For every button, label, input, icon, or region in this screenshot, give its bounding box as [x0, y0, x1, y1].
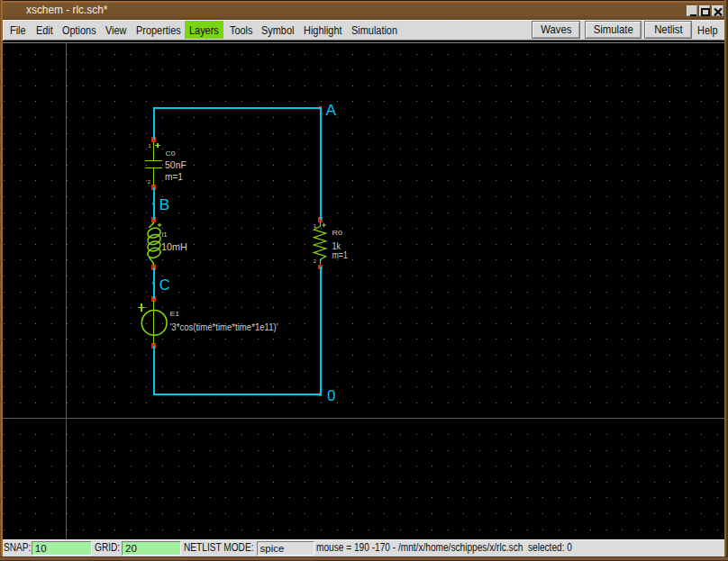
svg-text:C0: C0 [166, 149, 177, 158]
svg-text:l1: l1 [162, 231, 168, 239]
svg-text:'3*cos(time*time*time*1e11)': '3*cos(time*time*time*1e11)' [170, 322, 278, 332]
svg-text:2: 2 [314, 258, 316, 264]
svg-text:50nF: 50nF [165, 159, 187, 170]
svg-text:1: 1 [314, 223, 316, 229]
svg-text:10mH: 10mH [161, 241, 187, 252]
svg-text:C: C [159, 276, 170, 294]
svg-text:2: 2 [148, 179, 150, 185]
svg-text:B: B [159, 196, 170, 213]
svg-text:m=1: m=1 [165, 171, 183, 182]
svg-text:1: 1 [148, 143, 150, 149]
svg-text:0: 0 [327, 387, 335, 404]
svg-text:R0: R0 [332, 229, 343, 237]
svg-text:E1: E1 [170, 310, 180, 318]
svg-text:A: A [326, 102, 337, 119]
svg-text:m=1: m=1 [332, 249, 348, 260]
